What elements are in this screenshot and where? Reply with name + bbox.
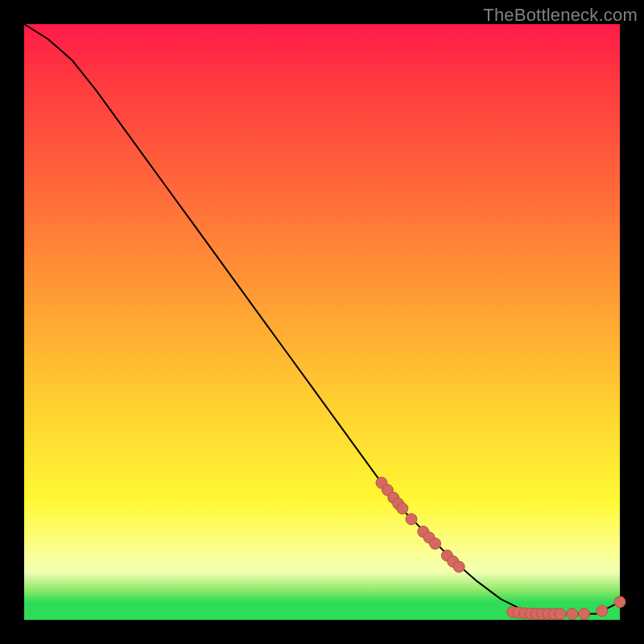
marker-dot: [567, 609, 578, 620]
chart-stage: TheBottleneck.com: [0, 0, 644, 644]
marker-dot: [397, 503, 408, 514]
chart-overlay: [24, 24, 620, 620]
marker-dot: [406, 514, 417, 525]
marker-dot: [555, 609, 566, 620]
marker-dot: [597, 605, 608, 617]
marker-dot: [453, 561, 464, 572]
plot-area: [24, 24, 620, 620]
marker-dot: [614, 597, 625, 608]
marker-dot: [579, 609, 590, 620]
watermark-text: TheBottleneck.com: [483, 5, 638, 26]
curve-line: [24, 24, 620, 614]
marker-dot: [430, 538, 441, 549]
